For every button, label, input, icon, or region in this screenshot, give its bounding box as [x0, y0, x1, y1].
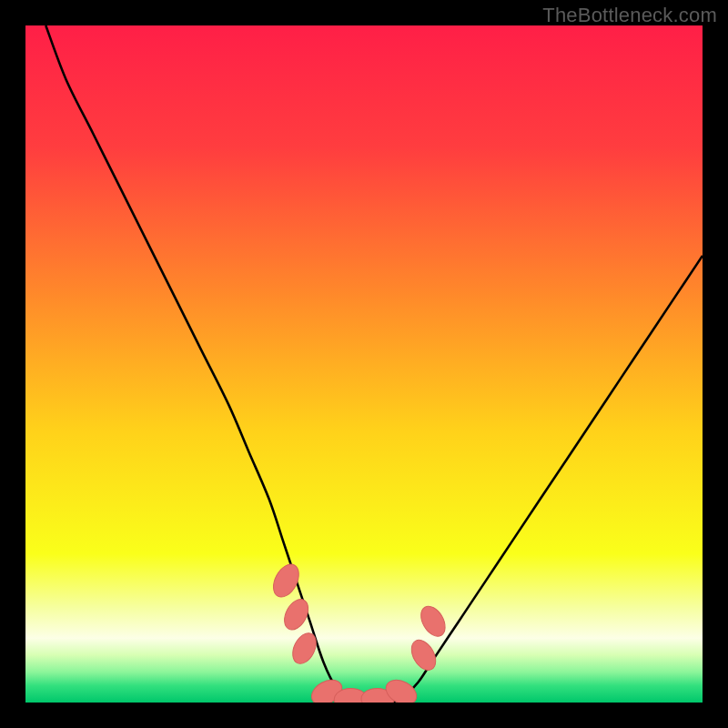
curve-marker — [288, 630, 321, 668]
curve-markers — [268, 560, 450, 703]
watermark-text: TheBottleneck.com — [542, 4, 717, 27]
chart-frame: TheBottleneck.com — [0, 0, 728, 728]
bottleneck-curve — [46, 25, 703, 703]
curve-marker — [268, 560, 304, 601]
curve-marker — [416, 602, 450, 641]
curve-layer — [25, 25, 703, 703]
plot-area — [25, 25, 703, 703]
